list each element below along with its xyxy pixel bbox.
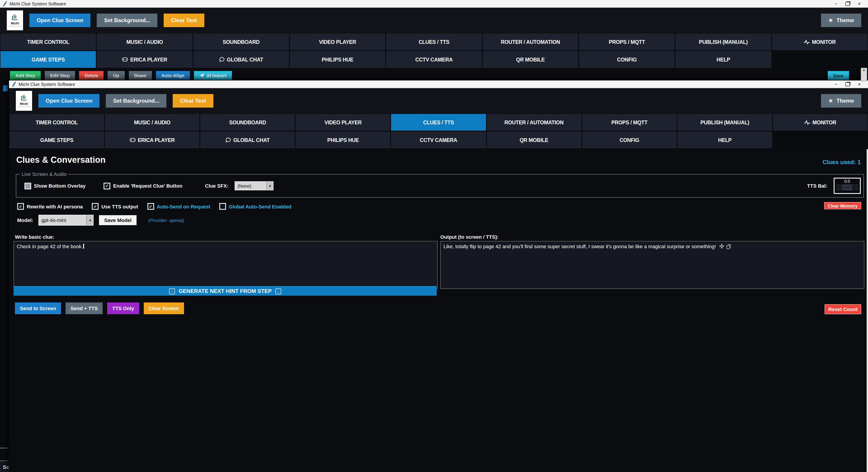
- tab-cctv-camera[interactable]: CCTV CAMERA: [386, 51, 483, 68]
- maximize-button[interactable]: [842, 0, 854, 7]
- open-clue-screen-button[interactable]: Open Clue Screen: [38, 94, 100, 107]
- tab-soundboard[interactable]: SOUNDBOARD: [200, 114, 295, 131]
- tab-timer-control[interactable]: TIMER CONTROL: [9, 114, 104, 131]
- tab-clues-tts[interactable]: CLUES / TTS: [386, 33, 483, 51]
- output-textarea[interactable]: Like, totally flip to page 42 and you'll…: [440, 241, 864, 289]
- auto-align-button[interactable]: Auto-Align: [156, 71, 190, 80]
- sparkles-icon: [719, 244, 724, 249]
- tab-philips-hue[interactable]: PHILIPS HUE: [289, 51, 386, 68]
- tab-timer-control[interactable]: TIMER CONTROL: [0, 33, 96, 51]
- tab-config[interactable]: CONFIG: [582, 131, 677, 149]
- tab-clues-tts[interactable]: CLUES / TTS: [391, 114, 486, 131]
- show-bottom-overlay-checkbox[interactable]: Show Bottom Overlay: [24, 182, 86, 189]
- right-edge-scrollbar[interactable]: [867, 149, 868, 472]
- up-arrow-icon: ▲: [862, 68, 866, 71]
- set-background-button[interactable]: Set Background...: [106, 94, 166, 107]
- clue-sfx-label: Clue SFX:: [205, 183, 228, 189]
- tab-soundboard[interactable]: SOUNDBOARD: [193, 33, 289, 51]
- tab-music-audio[interactable]: MUSIC / AUDIO: [104, 114, 200, 131]
- slider-handle[interactable]: [843, 185, 852, 190]
- tab-qr-mobile[interactable]: QR MOBILE: [486, 131, 582, 149]
- tab-global-chat[interactable]: GLOBAL CHAT: [200, 131, 295, 149]
- model-dropdown[interactable]: gpt-4o-mini ▼: [39, 215, 94, 226]
- sun-icon: ☀: [829, 18, 833, 23]
- tab-help[interactable]: HELP: [675, 51, 772, 68]
- set-background-button[interactable]: Set Background...: [97, 13, 158, 27]
- auto-send-on-request-checkbox[interactable]: Auto-Send on Request: [147, 203, 210, 210]
- tts-only-button[interactable]: TTS Only: [107, 303, 139, 314]
- rewrite-ai-persona-checkbox[interactable]: Rewrite with AI persona: [17, 203, 83, 210]
- tab-video-player[interactable]: VIDEO PLAYER: [296, 114, 391, 131]
- theme-button[interactable]: ☀Theme: [821, 13, 861, 27]
- dropdown-arrow-icon: ▼: [267, 182, 273, 190]
- activity-icon: [804, 120, 810, 125]
- clear-screen-button[interactable]: Clear Screen: [144, 303, 184, 314]
- tab-cctv-camera[interactable]: CCTV CAMERA: [391, 131, 486, 149]
- tab-erica-player[interactable]: ERICA PLAYER: [96, 51, 193, 68]
- clear-memory-button[interactable]: Clear Memory: [824, 202, 861, 209]
- outer-toolbar: Michi Clue System Software Open Clue Scr…: [0, 8, 868, 33]
- tab-qr-mobile[interactable]: QR MOBILE: [482, 51, 579, 68]
- write-clue-textarea[interactable]: Check in page 42 of the book.: [13, 241, 438, 289]
- minimize-button[interactable]: −: [830, 0, 842, 7]
- tab-game-steps[interactable]: GAME STEPS: [9, 131, 104, 149]
- global-auto-send-checkbox[interactable]: Global Auto-Send Enabled: [219, 203, 291, 210]
- tab-publish-manual[interactable]: PUBLISH (MANUAL): [675, 33, 772, 51]
- tab-router-automation[interactable]: ROUTER / AUTOMATION: [482, 33, 579, 51]
- delete-step-button[interactable]: Delete: [79, 71, 103, 80]
- speech-bubble-icon: [225, 137, 231, 143]
- tab-config[interactable]: CONFIG: [579, 51, 675, 68]
- logo-subtitle: Clue System Software: [8, 25, 22, 27]
- close-button[interactable]: ×: [854, 81, 865, 88]
- clear-text-button[interactable]: Clear Text: [164, 13, 204, 27]
- ai-import-button[interactable]: AI Import: [194, 71, 232, 80]
- enable-request-clue-checkbox[interactable]: Enable 'Request Clue' Button: [104, 182, 182, 189]
- outer-tab-row-2: GAME STEPS ERICA PLAYER GLOBAL CHAT PHIL…: [0, 51, 868, 68]
- tab-props-mqtt[interactable]: PROPS / MQTT: [579, 33, 675, 51]
- feather-icon: [3, 1, 7, 6]
- tab-monitor[interactable]: MONITOR: [773, 114, 868, 131]
- tab-empty-cell: [772, 51, 868, 67]
- boxed-down-arrow-icon: ↓: [275, 288, 281, 294]
- tab-global-chat[interactable]: GLOBAL CHAT: [193, 51, 289, 68]
- use-tts-output-checkbox[interactable]: Use TTS output: [92, 203, 138, 210]
- edit-step-button[interactable]: Edit Step: [45, 71, 75, 80]
- paper-plane-icon: [199, 73, 204, 78]
- generate-next-hint-button[interactable]: ↓ GENERATE NEXT HINT FROM STEP ↓: [13, 286, 437, 296]
- theme-button[interactable]: ☀Theme: [821, 94, 861, 107]
- model-label: Model:: [17, 217, 33, 223]
- add-step-button[interactable]: Add Step: [10, 71, 41, 80]
- minimize-button[interactable]: −: [830, 81, 842, 88]
- clear-text-button[interactable]: Clear Text: [173, 94, 213, 107]
- open-clue-screen-button[interactable]: Open Clue Screen: [29, 13, 91, 27]
- maximize-button[interactable]: [842, 81, 854, 88]
- tab-philips-hue[interactable]: PHILIPS HUE: [296, 131, 391, 149]
- tab-props-mqtt[interactable]: PROPS / MQTT: [582, 114, 677, 131]
- send-to-screen-button[interactable]: Send to Screen: [15, 303, 61, 314]
- save-model-button[interactable]: Save Model: [99, 215, 136, 225]
- tab-erica-player[interactable]: ERICA PLAYER: [104, 131, 200, 149]
- tab-music-audio[interactable]: MUSIC / AUDIO: [96, 33, 193, 51]
- outer-scrollbar[interactable]: ▲: [861, 68, 867, 82]
- feather-icon: [12, 81, 16, 87]
- slider-track[interactable]: [836, 185, 858, 190]
- move-down-button[interactable]: Down: [129, 71, 152, 80]
- save-steps-button[interactable]: Save: [828, 71, 849, 80]
- tab-video-player[interactable]: VIDEO PLAYER: [289, 33, 386, 51]
- tab-game-steps[interactable]: GAME STEPS: [0, 51, 96, 68]
- covered-divider-sliver: [0, 448, 9, 448]
- send-plus-tts-button[interactable]: Send + TTS: [66, 303, 103, 314]
- michi-logo: Michi Clue System Software: [7, 10, 23, 30]
- reset-count-button[interactable]: Reset Count: [825, 304, 861, 314]
- tab-router-automation[interactable]: ROUTER / AUTOMATION: [486, 114, 582, 131]
- tab-help[interactable]: HELP: [677, 131, 773, 149]
- move-up-button[interactable]: Up: [108, 71, 125, 80]
- tab-publish-manual[interactable]: PUBLISH (MANUAL): [677, 114, 773, 131]
- tts-balance-slider[interactable]: 0.0: [834, 178, 861, 194]
- boxed-down-arrow-icon: ↓: [169, 288, 175, 294]
- write-clue-label: Write basic clue:: [15, 234, 54, 240]
- clue-sfx-dropdown[interactable]: (None) ▼: [235, 181, 274, 190]
- tab-monitor[interactable]: MONITOR: [772, 33, 868, 51]
- window-title: Michi Clue System Software: [19, 82, 75, 87]
- close-button[interactable]: ×: [854, 0, 865, 7]
